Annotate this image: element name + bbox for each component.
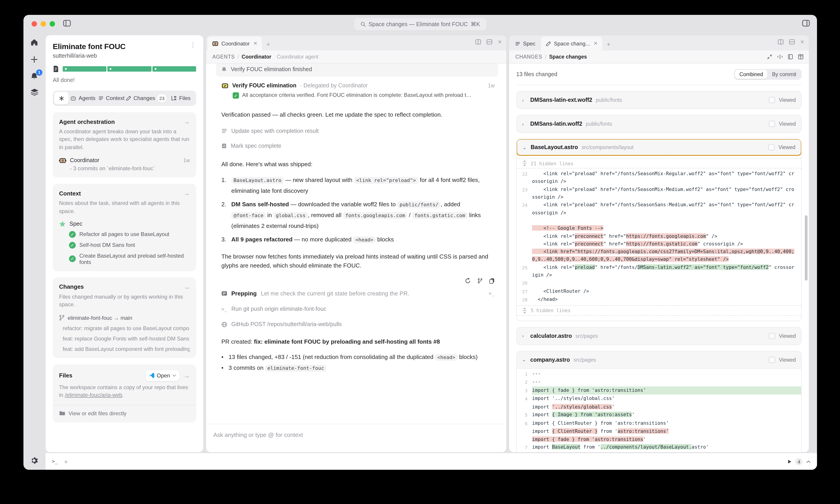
- tab-overview[interactable]: [54, 92, 69, 105]
- close-tab-icon[interactable]: ✕: [594, 40, 598, 47]
- home-icon[interactable]: [30, 38, 38, 46]
- check-circle-icon: ✓: [69, 242, 76, 249]
- file-card-header[interactable]: ⌄BaseLayout.astrosrc/components/layoutVi…: [516, 139, 802, 156]
- line-number: 25: [517, 264, 532, 279]
- viewed-checkbox[interactable]: [769, 121, 775, 127]
- close-window-button[interactable]: [32, 21, 37, 26]
- tool-call-row[interactable]: Update spec with completion result: [221, 128, 495, 134]
- terminal-icon[interactable]: >_: [52, 458, 58, 464]
- changes-body[interactable]: 13 files changed Combined By commit ›DMS…: [509, 64, 809, 452]
- chevron-right-icon[interactable]: ›: [522, 121, 527, 126]
- notification-count-badge: 1: [36, 69, 42, 76]
- tab-agents[interactable]: Agents: [69, 92, 97, 105]
- chevron-right-icon[interactable]: ›: [522, 97, 527, 103]
- diff-text: <link rel=": [532, 233, 575, 238]
- open-in-editor-button[interactable]: Open: [145, 370, 179, 381]
- file-card-header[interactable]: ›DMSans-latin-ext.woff2public/fontsViewe…: [517, 91, 801, 109]
- hidden-lines-row[interactable]: 21 hidden lines: [517, 158, 801, 168]
- add-terminal-icon[interactable]: +: [64, 458, 68, 465]
- open-arrow-icon[interactable]: →: [184, 372, 190, 379]
- conversation-scroll[interactable]: Verify FOUC elimination finished Verify …: [206, 64, 506, 452]
- open-arrow-icon[interactable]: →: [184, 118, 190, 125]
- tab-context[interactable]: Context: [97, 92, 125, 105]
- line-width-icon[interactable]: [777, 54, 783, 59]
- close-panel-icon[interactable]: ✕: [800, 39, 804, 45]
- file-path: public/fonts: [596, 97, 622, 103]
- hidden-lines-row[interactable]: 5 hidden lines: [517, 305, 801, 316]
- zoom-window-button[interactable]: [50, 21, 55, 26]
- space-menu-icon[interactable]: ⋮: [190, 42, 196, 47]
- branch-icon[interactable]: [478, 278, 482, 284]
- workspace-path-link[interactable]: /eliminate-fouc/aria-web: [65, 392, 122, 398]
- close-tab-icon[interactable]: ✕: [253, 40, 257, 47]
- delegated-task-row[interactable]: Verify FOUC elimination · Delegated by C…: [221, 83, 495, 89]
- copy-icon[interactable]: [489, 278, 495, 284]
- new-tab-icon[interactable]: +: [602, 40, 615, 51]
- spec-row[interactable]: Spec: [59, 221, 190, 227]
- viewed-checkbox[interactable]: [769, 144, 775, 150]
- tab-files[interactable]: Files: [167, 92, 195, 105]
- minimize-window-button[interactable]: [40, 21, 46, 26]
- command-row[interactable]: GitHub POST /repos/sutterhill/aria-web/p…: [221, 321, 495, 328]
- file-path: public/fonts: [586, 121, 612, 127]
- file-card-header[interactable]: ⌄company.astrosrc/pagesViewed: [517, 351, 801, 368]
- toggle-combined[interactable]: Combined: [735, 70, 768, 79]
- new-tab-icon[interactable]: +: [262, 40, 275, 51]
- viewed-checkbox[interactable]: [769, 357, 775, 363]
- command-row[interactable]: >_ Run git push origin eliminate-font-fo…: [221, 306, 495, 312]
- line-number: 22: [517, 170, 532, 185]
- commit-item[interactable]: feat: add BaseLayout component with font…: [59, 346, 190, 352]
- viewed-checkbox[interactable]: [769, 97, 775, 103]
- play-icon[interactable]: [788, 459, 792, 464]
- repo-name: sutterhill/aria-web: [53, 53, 196, 59]
- message-input[interactable]: [213, 431, 499, 438]
- toggle-by-commit[interactable]: By commit: [768, 70, 801, 79]
- diff-text: from ': [598, 428, 618, 434]
- chevron-down-icon[interactable]: ⌄: [522, 145, 527, 150]
- open-arrow-icon[interactable]: →: [184, 190, 190, 197]
- close-panel-icon[interactable]: ✕: [498, 39, 502, 45]
- new-space-icon[interactable]: [30, 55, 38, 64]
- chevron-down-icon[interactable]: [172, 374, 176, 377]
- tab-space-changes[interactable]: Space chang... ✕: [541, 36, 602, 51]
- open-arrow-icon[interactable]: →: [184, 283, 190, 290]
- window-controls[interactable]: [32, 21, 55, 26]
- spaces-stack-icon[interactable]: [30, 88, 39, 96]
- breadcrumb-item[interactable]: Space changes: [549, 54, 587, 59]
- breadcrumb-item[interactable]: Coordinator: [242, 54, 271, 59]
- tool-call-row[interactable]: Mark spec complete: [221, 143, 495, 149]
- chevron-down-icon[interactable]: ⌄: [522, 357, 527, 362]
- commit-item[interactable]: refactor: migrate all pages to use BaseL…: [59, 325, 190, 331]
- file-card-header[interactable]: ›DMSans-latin.woff2public/fontsViewed: [517, 115, 801, 132]
- coordinator-agent-row[interactable]: Coordinator 1w: [59, 157, 190, 163]
- tab-context-label: Context: [106, 95, 125, 101]
- viewed-checkbox[interactable]: [769, 333, 775, 339]
- tab-spec[interactable]: Spec: [510, 36, 540, 51]
- global-search[interactable]: Space changes — Eliminate font FOUC ⌘K: [354, 18, 486, 30]
- diff-view-toggle: Combined By commit: [734, 69, 802, 80]
- file-card-header[interactable]: ›calculator.astrosrc/pagesViewed: [517, 327, 801, 345]
- spec-checklist-item: ✓Refactor all pages to use BaseLayout: [69, 231, 190, 238]
- split-vertical-icon[interactable]: [778, 39, 784, 44]
- columns-icon[interactable]: [798, 54, 804, 59]
- chevron-up-icon[interactable]: [806, 460, 811, 463]
- view-files-link[interactable]: View or edit files directly: [59, 410, 190, 416]
- tab-coordinator[interactable]: Coordinator ✕: [207, 36, 262, 51]
- commit-item[interactable]: feat: replace Google Fonts with self-hos…: [59, 335, 190, 342]
- collapse-icon[interactable]: [767, 54, 772, 59]
- chevron-right-icon[interactable]: ›: [522, 334, 527, 339]
- retry-icon[interactable]: [465, 278, 471, 284]
- split-horizontal-icon[interactable]: [789, 39, 795, 44]
- book-icon[interactable]: [788, 54, 793, 59]
- settings-gear-icon[interactable]: [30, 457, 38, 464]
- toggle-right-sidebar-icon[interactable]: [802, 20, 810, 26]
- tab-changes[interactable]: Changes 23: [126, 92, 166, 105]
- split-horizontal-icon[interactable]: [486, 39, 492, 44]
- diff-del-highlight: <!-- Google Fonts -->: [532, 225, 603, 231]
- tab-changes-label: Changes: [134, 95, 155, 101]
- file-card: ›DMSans-latin-ext.woff2public/fontsViewe…: [516, 91, 802, 109]
- toggle-left-sidebar-icon[interactable]: [63, 20, 71, 26]
- scrollbar-thumb[interactable]: [805, 215, 808, 281]
- diff-line: 6import { ClientRouter } from 'astro:tra…: [517, 419, 801, 428]
- split-vertical-icon[interactable]: [475, 39, 481, 44]
